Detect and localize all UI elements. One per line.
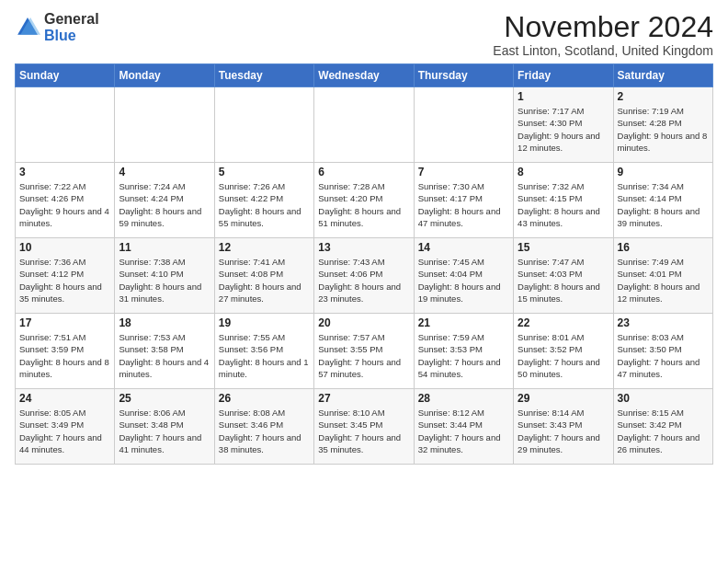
day-number: 15 bbox=[518, 241, 609, 254]
day-info: Sunrise: 7:41 AMSunset: 4:08 PMDaylight:… bbox=[219, 256, 310, 304]
day-cell: 17 Sunrise: 7:51 AMSunset: 3:59 PMDaylig… bbox=[16, 314, 115, 389]
day-info: Sunrise: 8:12 AMSunset: 3:44 PMDaylight:… bbox=[418, 407, 509, 455]
day-cell: 28 Sunrise: 8:12 AMSunset: 3:44 PMDaylig… bbox=[414, 389, 513, 465]
day-info: Sunrise: 7:36 AMSunset: 4:12 PMDaylight:… bbox=[19, 256, 110, 304]
subtitle: East Linton, Scotland, United Kingdom bbox=[493, 43, 713, 58]
main-title: November 2024 bbox=[493, 11, 713, 43]
week-row-1: 3 Sunrise: 7:22 AMSunset: 4:26 PMDayligh… bbox=[16, 163, 713, 238]
day-info: Sunrise: 8:05 AMSunset: 3:49 PMDaylight:… bbox=[19, 407, 110, 455]
day-cell bbox=[314, 87, 414, 163]
day-cell: 5 Sunrise: 7:26 AMSunset: 4:22 PMDayligh… bbox=[214, 163, 313, 238]
day-number: 27 bbox=[318, 392, 409, 405]
day-info: Sunrise: 7:26 AMSunset: 4:22 PMDaylight:… bbox=[219, 180, 310, 229]
day-number: 17 bbox=[19, 316, 110, 329]
week-row-4: 24 Sunrise: 8:05 AMSunset: 3:49 PMDaylig… bbox=[16, 389, 713, 465]
day-number: 5 bbox=[219, 166, 310, 178]
day-number: 16 bbox=[618, 241, 709, 254]
day-cell: 24 Sunrise: 8:05 AMSunset: 3:49 PMDaylig… bbox=[16, 389, 115, 465]
day-number: 30 bbox=[618, 392, 709, 405]
day-info: Sunrise: 7:47 AMSunset: 4:03 PMDaylight:… bbox=[518, 256, 609, 304]
day-info: Sunrise: 8:10 AMSunset: 3:45 PMDaylight:… bbox=[318, 407, 409, 455]
day-info: Sunrise: 7:57 AMSunset: 3:55 PMDaylight:… bbox=[318, 331, 409, 380]
day-cell: 3 Sunrise: 7:22 AMSunset: 4:26 PMDayligh… bbox=[16, 163, 115, 238]
day-cell: 30 Sunrise: 8:15 AMSunset: 3:42 PMDaylig… bbox=[613, 389, 712, 465]
col-tuesday: Tuesday bbox=[214, 64, 313, 87]
title-block: November 2024 East Linton, Scotland, Uni… bbox=[493, 11, 713, 58]
header: General Blue November 2024 East Linton, … bbox=[15, 11, 713, 58]
day-info: Sunrise: 7:59 AMSunset: 3:53 PMDaylight:… bbox=[418, 331, 509, 380]
day-number: 3 bbox=[19, 166, 110, 178]
day-info: Sunrise: 7:30 AMSunset: 4:17 PMDaylight:… bbox=[418, 180, 509, 229]
day-info: Sunrise: 7:34 AMSunset: 4:14 PMDaylight:… bbox=[618, 180, 709, 229]
day-number: 6 bbox=[318, 166, 409, 178]
day-number: 10 bbox=[19, 241, 110, 254]
day-number: 25 bbox=[119, 392, 210, 405]
day-cell: 18 Sunrise: 7:53 AMSunset: 3:58 PMDaylig… bbox=[115, 314, 214, 389]
day-info: Sunrise: 7:49 AMSunset: 4:01 PMDaylight:… bbox=[618, 256, 709, 304]
day-cell bbox=[16, 87, 115, 163]
col-thursday: Thursday bbox=[414, 64, 513, 87]
day-cell: 20 Sunrise: 7:57 AMSunset: 3:55 PMDaylig… bbox=[314, 314, 414, 389]
day-cell: 19 Sunrise: 7:55 AMSunset: 3:56 PMDaylig… bbox=[214, 314, 313, 389]
week-row-0: 1 Sunrise: 7:17 AMSunset: 4:30 PMDayligh… bbox=[16, 87, 713, 163]
day-cell: 11 Sunrise: 7:38 AMSunset: 4:10 PMDaylig… bbox=[115, 238, 214, 314]
logo-text: General Blue bbox=[44, 11, 99, 43]
page: General Blue November 2024 East Linton, … bbox=[0, 0, 728, 563]
day-cell bbox=[115, 87, 214, 163]
day-number: 9 bbox=[618, 166, 709, 178]
logo-icon bbox=[15, 15, 40, 40]
day-cell: 14 Sunrise: 7:45 AMSunset: 4:04 PMDaylig… bbox=[414, 238, 513, 314]
day-info: Sunrise: 8:14 AMSunset: 3:43 PMDaylight:… bbox=[518, 407, 609, 455]
day-info: Sunrise: 7:45 AMSunset: 4:04 PMDaylight:… bbox=[418, 256, 509, 304]
day-cell: 10 Sunrise: 7:36 AMSunset: 4:12 PMDaylig… bbox=[16, 238, 115, 314]
day-number: 14 bbox=[418, 241, 509, 254]
day-info: Sunrise: 7:19 AMSunset: 4:28 PMDaylight:… bbox=[618, 105, 709, 154]
day-number: 8 bbox=[518, 166, 609, 178]
day-number: 22 bbox=[518, 316, 609, 329]
day-info: Sunrise: 8:01 AMSunset: 3:52 PMDaylight:… bbox=[518, 331, 609, 380]
day-number: 11 bbox=[119, 241, 210, 254]
week-row-2: 10 Sunrise: 7:36 AMSunset: 4:12 PMDaylig… bbox=[16, 238, 713, 314]
day-info: Sunrise: 7:17 AMSunset: 4:30 PMDaylight:… bbox=[518, 105, 609, 154]
day-number: 1 bbox=[518, 90, 609, 103]
day-number: 19 bbox=[219, 316, 310, 329]
day-cell: 16 Sunrise: 7:49 AMSunset: 4:01 PMDaylig… bbox=[613, 238, 712, 314]
day-info: Sunrise: 7:43 AMSunset: 4:06 PMDaylight:… bbox=[318, 256, 409, 304]
day-number: 23 bbox=[618, 316, 709, 329]
day-cell: 2 Sunrise: 7:19 AMSunset: 4:28 PMDayligh… bbox=[613, 87, 712, 163]
day-number: 26 bbox=[219, 392, 310, 405]
day-cell: 4 Sunrise: 7:24 AMSunset: 4:24 PMDayligh… bbox=[115, 163, 214, 238]
col-monday: Monday bbox=[115, 64, 214, 87]
day-info: Sunrise: 7:24 AMSunset: 4:24 PMDaylight:… bbox=[119, 180, 210, 229]
day-cell: 6 Sunrise: 7:28 AMSunset: 4:20 PMDayligh… bbox=[314, 163, 414, 238]
day-cell: 27 Sunrise: 8:10 AMSunset: 3:45 PMDaylig… bbox=[314, 389, 414, 465]
day-info: Sunrise: 7:53 AMSunset: 3:58 PMDaylight:… bbox=[119, 331, 210, 380]
day-cell: 1 Sunrise: 7:17 AMSunset: 4:30 PMDayligh… bbox=[514, 87, 613, 163]
calendar-table: Sunday Monday Tuesday Wednesday Thursday… bbox=[15, 63, 713, 465]
day-number: 7 bbox=[418, 166, 509, 178]
logo-general: General bbox=[44, 11, 99, 28]
logo: General Blue bbox=[15, 11, 99, 43]
day-info: Sunrise: 7:22 AMSunset: 4:26 PMDaylight:… bbox=[19, 180, 110, 229]
day-number: 28 bbox=[418, 392, 509, 405]
day-info: Sunrise: 8:08 AMSunset: 3:46 PMDaylight:… bbox=[219, 407, 310, 455]
day-number: 18 bbox=[119, 316, 210, 329]
header-row: Sunday Monday Tuesday Wednesday Thursday… bbox=[16, 64, 713, 87]
day-info: Sunrise: 7:55 AMSunset: 3:56 PMDaylight:… bbox=[219, 331, 310, 380]
day-cell bbox=[214, 87, 313, 163]
day-cell: 29 Sunrise: 8:14 AMSunset: 3:43 PMDaylig… bbox=[514, 389, 613, 465]
day-info: Sunrise: 8:03 AMSunset: 3:50 PMDaylight:… bbox=[618, 331, 709, 380]
day-info: Sunrise: 8:06 AMSunset: 3:48 PMDaylight:… bbox=[119, 407, 210, 455]
day-number: 13 bbox=[318, 241, 409, 254]
day-info: Sunrise: 7:28 AMSunset: 4:20 PMDaylight:… bbox=[318, 180, 409, 229]
col-saturday: Saturday bbox=[613, 64, 712, 87]
day-cell bbox=[414, 87, 513, 163]
day-number: 4 bbox=[119, 166, 210, 178]
day-cell: 13 Sunrise: 7:43 AMSunset: 4:06 PMDaylig… bbox=[314, 238, 414, 314]
day-info: Sunrise: 7:51 AMSunset: 3:59 PMDaylight:… bbox=[19, 331, 110, 380]
col-sunday: Sunday bbox=[16, 64, 115, 87]
day-number: 29 bbox=[518, 392, 609, 405]
day-number: 12 bbox=[219, 241, 310, 254]
day-cell: 9 Sunrise: 7:34 AMSunset: 4:14 PMDayligh… bbox=[613, 163, 712, 238]
day-number: 20 bbox=[318, 316, 409, 329]
